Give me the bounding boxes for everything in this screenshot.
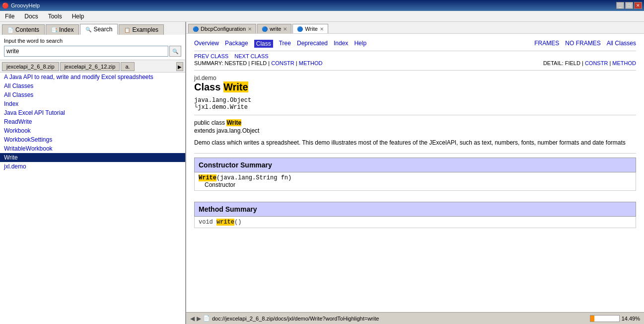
- tab-search[interactable]: 🔍 Search: [80, 24, 118, 35]
- tab-contents[interactable]: 📄 Contents: [2, 24, 45, 35]
- summary-label: SUMMARY: NESTED | FIELD |: [194, 60, 270, 66]
- search-button[interactable]: 🔍: [169, 46, 181, 57]
- divider-1: [194, 70, 636, 71]
- titlebar-controls: _ □ ✕: [616, 2, 642, 9]
- doc-tab-close-0[interactable]: ✕: [248, 26, 252, 32]
- search-icon: 🔍: [85, 27, 91, 32]
- class-title: Class Write: [194, 81, 636, 93]
- doc-tab-write-upper[interactable]: 🔵 Write ✕: [292, 24, 328, 33]
- result-item-3[interactable]: Index: [0, 99, 185, 108]
- forward-arrow[interactable]: ▶: [197, 315, 201, 322]
- method-row: void write(): [195, 217, 636, 228]
- nav-overview[interactable]: Overview: [194, 40, 219, 48]
- result-item-4[interactable]: Java Excel API Tutorial: [0, 108, 185, 117]
- prevnext-left: PREV CLASS NEXT CLASS: [194, 53, 269, 59]
- method-name-highlight[interactable]: write: [216, 219, 234, 226]
- nav-index[interactable]: Index: [334, 40, 348, 48]
- package-name: jxl.demo: [194, 75, 636, 81]
- method-summary-table: Method Summary void write(): [194, 202, 636, 228]
- left-panel: 📄 Contents 📑 Index 🔍 Search 📋 Examples I…: [0, 22, 186, 324]
- summary-method[interactable]: METHOD: [299, 60, 323, 66]
- minimize-button[interactable]: _: [616, 2, 624, 9]
- nav-package[interactable]: Package: [225, 40, 248, 48]
- close-button[interactable]: ✕: [634, 2, 642, 9]
- menu-help[interactable]: Help: [69, 12, 87, 21]
- file-tabs-arrow[interactable]: ▶: [176, 62, 183, 71]
- constructor-row: Write(java.lang.String fn) Constructor: [195, 172, 636, 191]
- all-classes-link[interactable]: All Classes: [607, 40, 636, 48]
- constructor-name[interactable]: Write: [199, 174, 216, 181]
- titlebar-left: 🔴 GroovyHelp: [2, 2, 40, 9]
- result-item-8[interactable]: WritableWorkbook: [0, 144, 185, 153]
- doc-icon-0: 🔵: [193, 26, 199, 32]
- class-declaration: public class Write: [194, 119, 636, 126]
- statusbar: ◀ ▶ 📄 doc://jexcelapi_2_6_8.zip/docs/jxl…: [186, 312, 644, 324]
- class-description: Demo class which writes a spreadsheet. T…: [194, 138, 636, 147]
- app-icon: 🔴: [2, 2, 9, 9]
- tab-index[interactable]: 📑 Index: [46, 24, 79, 35]
- nav-bar: Overview Package Class Tree Deprecated I…: [194, 38, 636, 51]
- summary-constr[interactable]: CONSTR: [271, 60, 294, 66]
- results-list: A Java API to read, write and modify Exc…: [0, 72, 185, 324]
- doc-tab-dbcp[interactable]: 🔵 DbcpConfiguration ✕: [188, 24, 256, 33]
- no-frames-link[interactable]: NO FRAMES: [565, 40, 600, 48]
- result-item-10[interactable]: jxl.demo: [0, 162, 185, 171]
- hierarchy-child: └jxl.demo.Write: [194, 104, 636, 111]
- doc-tab-write-lower[interactable]: 🔵 write ✕: [257, 24, 291, 33]
- doc-icon-1: 🔵: [262, 26, 268, 32]
- nav-class[interactable]: Class: [254, 40, 273, 48]
- result-item-0[interactable]: A Java API to read, write and modify Exc…: [0, 73, 185, 81]
- doc-content: Overview Package Class Tree Deprecated I…: [186, 34, 644, 312]
- doc-tab-close-1[interactable]: ✕: [283, 26, 287, 32]
- result-item-5[interactable]: ReadWrite: [0, 117, 185, 126]
- divider-2: [194, 115, 636, 115]
- menu-file[interactable]: File: [2, 12, 17, 21]
- result-item-2[interactable]: All Classes: [0, 90, 185, 99]
- file-tab-2[interactable]: a.: [121, 62, 134, 71]
- menu-tools[interactable]: Tools: [45, 12, 65, 21]
- back-arrow[interactable]: ◀: [190, 315, 195, 322]
- hierarchy-root: java.lang.Object: [194, 97, 636, 104]
- class-hierarchy: java.lang.Object └jxl.demo.Write: [194, 97, 636, 111]
- doc-icon-2: 🔵: [297, 26, 303, 32]
- statusbar-url: ◀ ▶ 📄 doc://jexcelapi_2_6_8.zip/docs/jxl…: [190, 315, 590, 322]
- menu-docs[interactable]: Docs: [21, 12, 41, 21]
- right-panel: 🔵 DbcpConfiguration ✕ 🔵 write ✕ 🔵 Write …: [186, 22, 644, 324]
- tab-examples[interactable]: 📋 Examples: [119, 24, 164, 35]
- result-item-1[interactable]: All Classes: [0, 81, 185, 90]
- contents-icon: 📄: [7, 27, 13, 33]
- result-item-7[interactable]: WorkbookSettings: [0, 135, 185, 144]
- doc-tabs: 🔵 DbcpConfiguration ✕ 🔵 write ✕ 🔵 Write …: [186, 22, 644, 34]
- search-area: Input the word to search 🔍: [0, 35, 185, 60]
- frames-link[interactable]: FRAMES: [534, 40, 559, 48]
- status-url-text: doc://jexcelapi_2_6_8.zip/docs/jxl/demo/…: [212, 316, 379, 322]
- detail-method[interactable]: METHOD: [612, 60, 636, 66]
- menubar: File Docs Tools Help: [0, 11, 644, 22]
- divider-3: [194, 153, 636, 154]
- nav-tree[interactable]: Tree: [279, 40, 291, 48]
- detail-constr[interactable]: CONSTR: [585, 60, 608, 66]
- file-tabs: jexcelapi_2_6_8.zip jexcelapi_2_6_12.zip…: [0, 60, 185, 72]
- prevnext-line: PREV CLASS NEXT CLASS: [194, 51, 636, 60]
- next-class-link[interactable]: NEXT CLASS: [234, 53, 268, 59]
- constructor-desc: Constructor: [199, 181, 632, 188]
- prev-class-link[interactable]: PREV CLASS: [194, 53, 228, 59]
- result-item-9[interactable]: Write: [0, 153, 185, 162]
- nav-deprecated[interactable]: Deprecated: [297, 40, 328, 48]
- method-preview: void write(): [199, 219, 632, 226]
- search-input[interactable]: [4, 46, 168, 57]
- doc-tab-close-2[interactable]: ✕: [320, 26, 324, 32]
- result-item-6[interactable]: Workbook: [0, 126, 185, 135]
- search-label: Input the word to search: [4, 38, 181, 44]
- nav-help[interactable]: Help: [354, 40, 366, 48]
- detail-label: DETAIL: FIELD |: [543, 60, 583, 66]
- progress-bar: [590, 315, 620, 322]
- maximize-button[interactable]: □: [625, 2, 633, 9]
- constructor-sig: Write(java.lang.String fn): [199, 174, 632, 181]
- constructor-params: (java.lang.String fn): [216, 174, 291, 181]
- main-container: 📄 Contents 📑 Index 🔍 Search 📋 Examples I…: [0, 22, 644, 324]
- class-decl-highlight: Write: [226, 119, 241, 126]
- file-tab-1[interactable]: jexcelapi_2_6_12.zip: [60, 62, 120, 71]
- file-tab-0[interactable]: jexcelapi_2_6_8.zip: [2, 62, 59, 71]
- titlebar: 🔴 GroovyHelp _ □ ✕: [0, 0, 644, 11]
